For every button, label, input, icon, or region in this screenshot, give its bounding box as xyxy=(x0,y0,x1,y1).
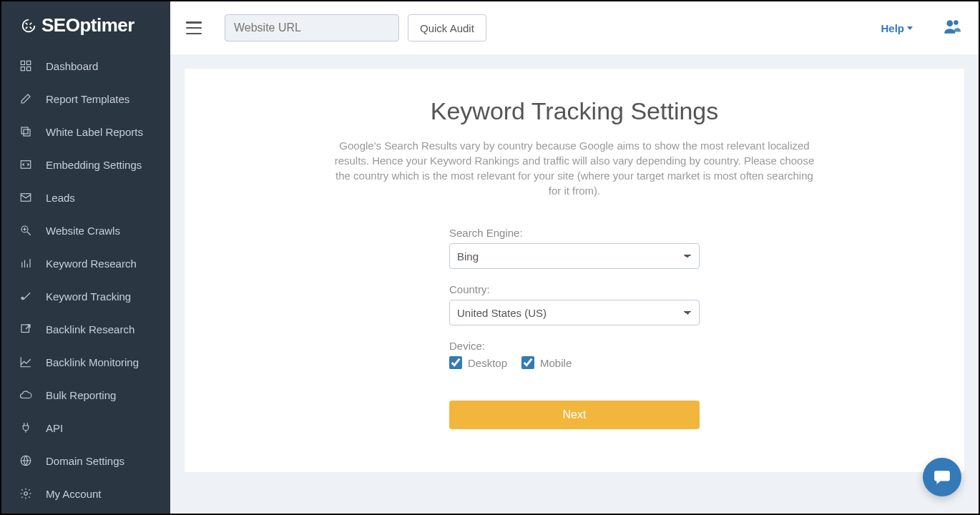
sidebar-item-keyword-research[interactable]: Keyword Research xyxy=(1,247,170,280)
settings-card: Keyword Tracking Settings Google's Searc… xyxy=(185,69,964,472)
svg-rect-17 xyxy=(21,325,29,333)
sidebar-item-label: Backlink Research xyxy=(46,323,134,335)
svg-rect-3 xyxy=(27,67,31,71)
svg-rect-0 xyxy=(21,61,24,64)
sidebar-item-label: Website Crawls xyxy=(46,225,120,237)
sidebar-item-white-label-reports[interactable]: White Label Reports xyxy=(1,115,170,148)
main: Quick Audit Help Keyword Tracking Settin… xyxy=(170,1,979,514)
content-area: Keyword Tracking Settings Google's Searc… xyxy=(170,54,979,514)
desktop-checkbox[interactable] xyxy=(449,356,462,369)
sidebar-item-label: Backlink Monitoring xyxy=(46,356,139,368)
sidebar-item-my-account[interactable]: My Account xyxy=(1,477,170,510)
page-title: Keyword Tracking Settings xyxy=(227,97,921,125)
svg-rect-4 xyxy=(24,129,30,136)
globe-icon xyxy=(19,453,33,468)
country-select[interactable]: United States (US) xyxy=(449,300,700,325)
sidebar-item-domain-settings[interactable]: Domain Settings xyxy=(1,444,170,477)
sidebar-item-label: Leads xyxy=(46,192,75,204)
sidebar-item-keyword-tracking[interactable]: Keyword Tracking xyxy=(1,280,170,313)
users-icon[interactable] xyxy=(941,17,963,39)
sidebar-item-label: White Label Reports xyxy=(46,126,143,138)
sidebar-item-embedding-settings[interactable]: Embedding Settings xyxy=(1,148,170,181)
gear-icon xyxy=(19,486,33,501)
page-description: Google's Search Results vary by country … xyxy=(331,138,818,198)
svg-rect-2 xyxy=(21,67,24,71)
search-engine-label: Search Engine: xyxy=(449,227,700,239)
website-url-input[interactable] xyxy=(225,14,399,41)
sidebar-item-dashboard[interactable]: Dashboard xyxy=(1,49,170,82)
mobile-checkbox[interactable] xyxy=(521,356,534,369)
device-label: Device: xyxy=(449,340,700,352)
sidebar-item-backlink-monitoring[interactable]: Backlink Monitoring xyxy=(1,345,170,378)
sidebar-item-bulk-reporting[interactable]: Bulk Reporting xyxy=(1,378,170,411)
dashboard-icon xyxy=(19,59,33,73)
mobile-text: Mobile xyxy=(540,357,572,369)
svg-line-9 xyxy=(27,232,31,235)
sidebar-item-label: Keyword Research xyxy=(46,258,137,270)
chat-icon[interactable] xyxy=(923,458,961,496)
sidebar-item-label: My Account xyxy=(46,488,102,500)
sidebar: SEOptimer DashboardReport TemplatesWhite… xyxy=(1,1,170,514)
sidebar-item-label: Domain Settings xyxy=(46,455,124,467)
sidebar-item-label: Bulk Reporting xyxy=(46,389,116,401)
cloud-icon xyxy=(19,388,33,402)
sidebar-item-label: Embedding Settings xyxy=(46,159,142,171)
settings-form: Search Engine: Bing Country: United Stat… xyxy=(449,227,700,429)
sidebar-item-report-templates[interactable]: Report Templates xyxy=(1,82,170,115)
brand-logo[interactable]: SEOptimer xyxy=(1,1,170,49)
bar-icon xyxy=(19,256,33,270)
target-icon xyxy=(19,289,33,303)
svg-point-19 xyxy=(24,492,28,496)
svg-rect-5 xyxy=(21,127,28,134)
help-label: Help xyxy=(881,22,904,34)
sidebar-item-api[interactable]: API xyxy=(1,411,170,444)
svg-point-21 xyxy=(954,20,959,24)
country-label: Country: xyxy=(449,283,700,295)
brand-icon xyxy=(21,19,36,33)
svg-point-20 xyxy=(946,20,953,26)
sidebar-item-label: Report Templates xyxy=(46,93,129,105)
mobile-checkbox-label[interactable]: Mobile xyxy=(521,356,572,369)
sidebar-nav: DashboardReport TemplatesWhite Label Rep… xyxy=(1,49,170,510)
help-dropdown[interactable]: Help xyxy=(881,22,913,34)
sidebar-item-backlink-research[interactable]: Backlink Research xyxy=(1,313,170,345)
sidebar-item-label: Keyword Tracking xyxy=(46,290,131,303)
desktop-checkbox-label[interactable]: Desktop xyxy=(449,356,507,369)
mail-icon xyxy=(19,190,33,205)
plug-icon xyxy=(19,421,33,435)
next-button[interactable]: Next xyxy=(449,401,700,429)
desktop-text: Desktop xyxy=(468,357,507,369)
brand-name: SEOptimer xyxy=(41,14,134,36)
chart-icon xyxy=(19,355,33,369)
sidebar-item-label: Dashboard xyxy=(46,60,98,72)
sidebar-item-label: API xyxy=(46,422,63,434)
quick-audit-button[interactable]: Quick Audit xyxy=(408,14,486,41)
zoom-icon xyxy=(19,223,33,237)
embed-icon xyxy=(19,157,33,172)
caret-down-icon xyxy=(907,26,913,30)
topbar: Quick Audit Help xyxy=(170,1,979,54)
sidebar-item-leads[interactable]: Leads xyxy=(1,181,170,214)
copy-icon xyxy=(19,124,33,139)
svg-rect-7 xyxy=(21,194,31,202)
search-engine-select[interactable]: Bing xyxy=(449,243,700,269)
sidebar-item-website-crawls[interactable]: Website Crawls xyxy=(1,214,170,247)
svg-rect-1 xyxy=(27,61,31,64)
hamburger-icon[interactable] xyxy=(186,21,202,34)
edit-icon xyxy=(19,92,33,106)
link-icon xyxy=(19,322,33,336)
